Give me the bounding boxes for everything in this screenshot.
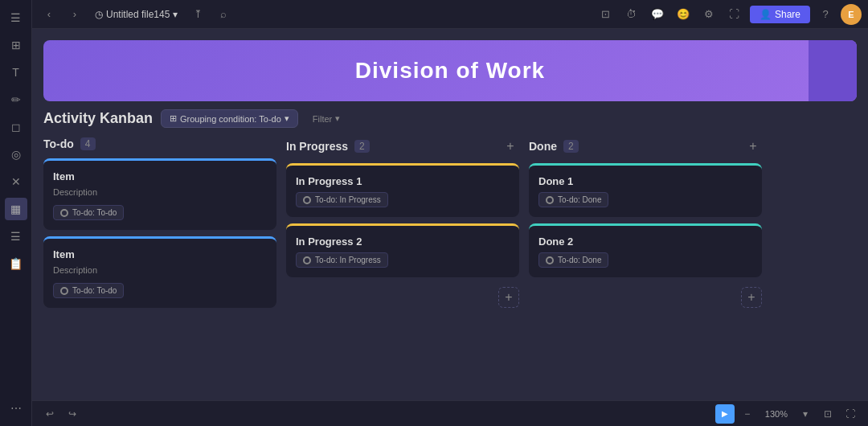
column-inprogress: In Progress 2 + In Progress 1 To-do: In … (286, 136, 519, 392)
card-item-2[interactable]: Item Description To-do: To-do (43, 236, 276, 308)
top-toolbar: ‹ › ◷ Untitled file145 ▾ ⤒ ⌕ ⊡ ⏱ 💬 😊 ⚙ ⛶… (32, 0, 868, 29)
column-title-todo: To-do (43, 137, 74, 150)
timer-icon[interactable]: ⏱ (621, 4, 642, 25)
emoji-icon[interactable]: 😊 (673, 4, 694, 25)
card-tag-ip2: To-do: In Progress (296, 252, 388, 268)
expand-icon[interactable]: ⛶ (724, 4, 745, 25)
column-done: Done 2 + Done 1 To-do: Done Done 2 (529, 136, 762, 392)
tag-label-1: To-do: To-do (72, 208, 117, 217)
file-name-text: Untitled file145 (106, 9, 170, 20)
tag-circle-icon (60, 209, 68, 217)
sidebar-icon-pen[interactable]: ✏ (5, 88, 27, 111)
kanban-title: Activity Kanban (43, 110, 153, 127)
redo-icon[interactable]: ↪ (63, 404, 82, 424)
bottom-toolbar: ↩ ↪ ▶ − 130% ▾ ⊡ ⛶ (32, 400, 868, 426)
main-area: ‹ › ◷ Untitled file145 ▾ ⤒ ⌕ ⊡ ⏱ 💬 😊 ⚙ ⛶… (32, 0, 868, 426)
present-icon[interactable]: ⊡ (596, 4, 616, 25)
column-title-inprogress: In Progress (286, 140, 348, 153)
tag-circle-icon-2 (60, 287, 68, 295)
tag-circle-icon-d1 (546, 196, 554, 204)
bottom-right: ▶ − 130% ▾ ⊡ ⛶ (715, 404, 860, 424)
grouping-chevron: ▾ (285, 113, 289, 124)
column-add-done[interactable]: + (744, 137, 762, 155)
card-inprogress-1[interactable]: In Progress 1 To-do: In Progress (286, 163, 519, 217)
sidebar-icon-more[interactable]: ⋯ (5, 397, 27, 420)
card-desc-1: Description (53, 187, 267, 197)
sidebar-icon-menu[interactable]: ☰ (5, 6, 27, 29)
tag-label-2: To-do: To-do (72, 286, 117, 295)
fullscreen-icon[interactable]: ⛶ (841, 404, 860, 424)
sidebar-icon-list[interactable]: ☰ (5, 225, 27, 248)
card-tag-1: To-do: To-do (53, 205, 124, 220)
tag-circle-icon-ip1 (303, 196, 311, 204)
kanban-container: Activity Kanban ⊞ Grouping condition: To… (32, 101, 868, 400)
search-icon[interactable]: ⌕ (213, 4, 234, 25)
tag-label-ip1: To-do: In Progress (315, 195, 381, 204)
card-done-1[interactable]: Done 1 To-do: Done (529, 163, 762, 217)
card-tag-2: To-do: To-do (53, 283, 124, 298)
tag-circle-icon-ip2 (303, 256, 311, 264)
column-add-inprogress[interactable]: + (502, 137, 519, 155)
card-title-d1: Done 1 (538, 175, 752, 187)
tag-label-d2: To-do: Done (558, 256, 601, 264)
filter-chevron: ▾ (335, 113, 340, 124)
kanban-header: Activity Kanban ⊞ Grouping condition: To… (43, 109, 857, 128)
card-tag-ip1: To-do: In Progress (296, 192, 388, 207)
card-desc-2: Description (53, 265, 267, 275)
share-label: Share (775, 9, 800, 20)
run-button[interactable]: ▶ (715, 404, 735, 424)
undo-icon[interactable]: ↩ (40, 404, 59, 424)
card-title-2: Item (53, 248, 267, 260)
card-done-2[interactable]: Done 2 To-do: Done (529, 223, 762, 277)
column-count-inprogress: 2 (354, 140, 370, 153)
canvas: Division of Work Activity Kanban ⊞ Group… (32, 29, 868, 426)
file-name[interactable]: ◷ Untitled file145 ▾ (90, 7, 182, 22)
card-tag-d2: To-do: Done (538, 252, 608, 268)
sidebar-icon-clipboard[interactable]: 📋 (5, 252, 27, 275)
help-icon[interactable]: ? (815, 4, 836, 25)
banner: Division of Work (43, 40, 857, 101)
tag-label-ip2: To-do: In Progress (315, 256, 381, 264)
add-card-done[interactable]: + (741, 287, 762, 308)
card-title-ip2: In Progress 2 (296, 236, 510, 248)
column-header-done: Done 2 + (529, 136, 762, 157)
sidebar-icon-shape[interactable]: ◻ (5, 116, 27, 138)
card-title-ip1: In Progress 1 (296, 175, 510, 187)
share-button[interactable]: 👤 Share (750, 6, 810, 23)
comment-icon[interactable]: 💬 (647, 4, 668, 25)
toolbar-left: ‹ › ◷ Untitled file145 ▾ ⤒ ⌕ (39, 4, 234, 25)
sidebar-icon-table[interactable]: ▦ (5, 198, 27, 220)
fit-screen-icon[interactable]: ⊡ (818, 404, 837, 424)
column-count-todo: 4 (80, 137, 96, 150)
settings-icon[interactable]: ⚙ (698, 4, 719, 25)
sidebar-icon-text[interactable]: T (5, 61, 27, 84)
zoom-level[interactable]: 130% (760, 408, 792, 420)
sidebar-icon-circle[interactable]: ◎ (5, 143, 27, 166)
banner-title: Division of Work (355, 58, 545, 84)
filter-button[interactable]: Filter ▾ (306, 110, 346, 127)
avatar: E (841, 4, 862, 25)
grouping-button[interactable]: ⊞ Grouping condition: To-do ▾ (161, 109, 298, 128)
card-tag-d1: To-do: Done (538, 192, 608, 207)
zoom-chevron[interactable]: ▾ (796, 404, 815, 424)
column-count-done: 2 (563, 140, 579, 153)
tag-circle-icon-d2 (546, 256, 554, 264)
tag-label-d1: To-do: Done (558, 195, 601, 204)
card-item-1[interactable]: Item Description To-do: To-do (43, 158, 276, 230)
zoom-out-icon[interactable]: − (738, 404, 757, 424)
sidebar-icon-cross[interactable]: ✕ (5, 170, 27, 193)
card-title-1: Item (53, 170, 267, 182)
file-icon: ◷ (95, 9, 103, 20)
add-card-inprogress[interactable]: + (498, 287, 519, 308)
grouping-label: Grouping condition: To-do (180, 114, 281, 124)
column-header-inprogress: In Progress 2 + (286, 136, 519, 157)
column-todo: To-do 4 Item Description To-do: To-do It… (43, 136, 276, 392)
card-inprogress-2[interactable]: In Progress 2 To-do: In Progress (286, 223, 519, 277)
upload-icon[interactable]: ⤒ (187, 4, 208, 25)
toolbar-right: ⊡ ⏱ 💬 😊 ⚙ ⛶ 👤 Share ? E (596, 4, 862, 25)
forward-icon[interactable]: › (64, 4, 85, 25)
sidebar-icon-grid[interactable]: ⊞ (5, 34, 27, 56)
filter-label: Filter (313, 114, 332, 124)
column-title-done: Done (529, 140, 557, 153)
back-icon[interactable]: ‹ (39, 4, 59, 25)
